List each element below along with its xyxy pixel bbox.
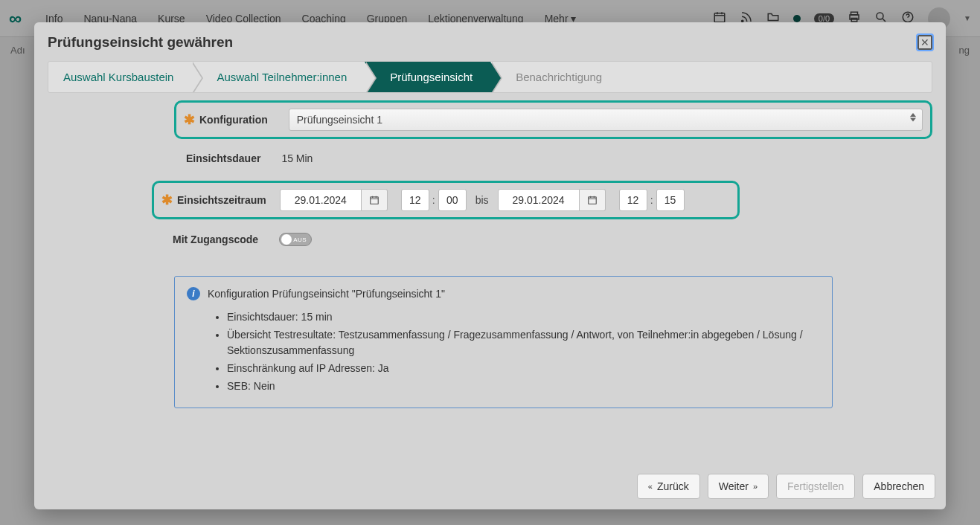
time-from-min-input[interactable] [438,189,467,211]
info-item-ip: Einschränkung auf IP Adressen: Ja [227,361,820,377]
cancel-button[interactable]: Abbrechen [862,474,935,499]
time-to-min-input[interactable] [656,189,685,211]
date-from-calendar-button[interactable] [362,189,388,211]
date-from-group [280,189,388,211]
date-to-group [498,189,606,211]
date-to-calendar-button[interactable] [580,189,606,211]
calendar-icon [369,195,379,205]
back-button[interactable]: « Zurück [637,474,700,499]
einsichtszeitraum-row: ✱ Einsichtszeitraum : bis [152,181,740,219]
info-title: Konfiguration Prüfungseinsicht "Prüfungs… [208,288,445,300]
info-item-seb: SEB: Nein [227,379,820,395]
form-area: ✱ Konfiguration Prüfungseinsicht 1 Einsi… [48,100,932,408]
chevron-right-icon: » [753,482,758,491]
info-header: i Konfiguration Prüfungseinsicht "Prüfun… [187,287,820,300]
time-separator: : [432,194,435,206]
close-button[interactable]: ✕ [917,35,932,50]
zugangscode-row: Mit Zugangscode AUS [173,233,932,246]
required-star-icon: ✱ [184,112,195,128]
required-star-icon: ✱ [161,192,173,208]
next-button[interactable]: Weiter » [708,474,769,499]
einsichtszeitraum-label: ✱ Einsichtszeitraum [161,192,266,208]
konfiguration-info-panel: i Konfiguration Prüfungseinsicht "Prüfun… [174,276,833,408]
grant-exam-insight-modal: Prüfungseinsicht gewähren ✕ Auswahl Kurs… [34,22,946,509]
modal-header: Prüfungseinsicht gewähren ✕ [34,22,946,61]
konfiguration-select[interactable]: Prüfungseinsicht 1 [289,109,923,131]
time-to-hour-input[interactable] [619,189,647,211]
modal-footer: « Zurück Weiter » Fertigstellen Abbreche… [34,466,946,509]
einsichtsdauer-row: Einsichtsdauer 15 Min [186,152,932,164]
info-list: Einsichtsdauer: 15 min Übersicht Testres… [227,309,820,394]
close-icon: ✕ [920,36,929,48]
einsichtsdauer-value: 15 Min [281,152,313,164]
wizard-step-teilnehmer[interactable]: Auswahl Teilnehmer:innen [191,62,365,92]
svg-rect-8 [588,197,596,204]
zugangscode-label: Mit Zugangscode [173,233,258,245]
bis-label: bis [475,194,489,206]
wizard-step-benachrichtigung: Benachrichtigung [490,62,620,92]
konfiguration-value: Prüfungseinsicht 1 [297,114,382,126]
toggle-knob [281,234,292,245]
date-to-input[interactable] [498,189,580,211]
info-icon: i [187,287,200,300]
wizard-steps: Auswahl Kursbaustein Auswahl Teilnehmer:… [48,61,932,93]
time-separator: : [650,194,653,206]
zugangscode-toggle[interactable]: AUS [279,233,312,246]
calendar-icon [587,195,598,205]
info-item-dauer: Einsichtsdauer: 15 min [227,309,820,326]
finish-button: Fertigstellen [776,474,855,499]
time-from-hour-input[interactable] [401,189,429,211]
konfiguration-row: ✱ Konfiguration Prüfungseinsicht 1 [174,100,932,139]
svg-rect-7 [371,197,379,204]
date-from-input[interactable] [280,189,362,211]
period-inputs: : bis : [280,189,730,211]
wizard-step-pruefungseinsicht[interactable]: Prüfungseinsicht [365,62,490,92]
info-item-testresultate: Übersicht Testresultate: Testzusammenfas… [227,327,820,359]
einsichtsdauer-label: Einsichtsdauer [186,152,260,164]
toggle-text: AUS [293,236,307,243]
modal-body: Auswahl Kursbaustein Auswahl Teilnehmer:… [34,61,946,466]
konfiguration-label: ✱ Konfiguration [184,112,268,128]
modal-title: Prüfungseinsicht gewähren [48,34,233,51]
wizard-step-kursbaustein[interactable]: Auswahl Kursbaustein [48,62,191,92]
chevron-left-icon: « [648,482,653,491]
